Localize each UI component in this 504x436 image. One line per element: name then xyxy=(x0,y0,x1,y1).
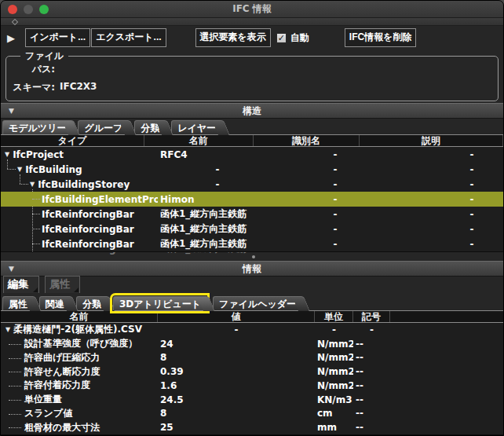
structure-tree: ▼IfcProject RFC4 - - ▼IfcBuilding - - - … xyxy=(1,147,503,251)
info-toolbar: 編集 属性 xyxy=(1,277,503,293)
info-section-header[interactable]: ▼ 情報 xyxy=(1,261,503,277)
structure-tabs: モデルツリー グループ 分類 レイヤー xyxy=(1,119,503,134)
pane-splitter[interactable]: IfcReinforcingBar 函体1_縦方向主鉄筋 xyxy=(1,251,503,261)
window-title: IFC 情報 xyxy=(1,2,503,16)
table-row[interactable]: IfcReinforcingBar 函体1_縦方向主鉄筋 - - xyxy=(1,236,503,251)
info-section-title: 情報 xyxy=(1,262,503,276)
show-selected-button[interactable]: 選択要素を表示 xyxy=(195,28,271,47)
schema-label: スキーマ: xyxy=(6,81,55,94)
column-header-name[interactable]: 名前 xyxy=(144,135,254,146)
dropdown-corner-icon xyxy=(74,288,79,292)
table-row[interactable]: ▼IfcBuilding - - - xyxy=(1,162,503,177)
table-row[interactable]: 単位重量 24.5 KN/m3 -- xyxy=(1,393,503,407)
table-row[interactable]: 許容せん断応力度 0.39 N/mm2 -- xyxy=(1,365,503,379)
table-row[interactable]: ▼柔構造樋門-2(躯体属性).CSV - - - xyxy=(1,323,503,337)
table-row[interactable]: スランプ値 8 cm -- xyxy=(1,407,503,421)
export-button[interactable]: エクスポート... xyxy=(91,28,166,47)
column-header-type[interactable]: タイプ xyxy=(1,135,144,146)
tab-classification[interactable]: 分類 xyxy=(134,120,165,134)
table-row-selected[interactable]: IfcBuildingElementProx Himon - - xyxy=(1,192,503,207)
title-bar[interactable]: IFC 情報 xyxy=(1,1,503,18)
tab-layer[interactable]: レイヤー xyxy=(171,120,221,134)
file-section: ファイル パス: スキーマ: IFC2X3 xyxy=(1,49,503,103)
auto-checkbox-label[interactable]: 自動 xyxy=(290,31,309,45)
path-label: パス: xyxy=(6,63,55,76)
table-row[interactable]: ▼IfcProject RFC4 - - xyxy=(1,147,503,162)
structure-section-title: 構造 xyxy=(1,104,503,118)
column-header-symbol[interactable]: 記号 xyxy=(353,311,390,322)
attribute-button[interactable]: 属性 xyxy=(45,276,81,294)
tab-relations[interactable]: 関連 xyxy=(39,296,70,310)
table-row[interactable]: 設計基準強度（呼び強度） 24 N/mm2 -- xyxy=(1,337,503,351)
column-header-name[interactable]: 名前 xyxy=(1,311,158,322)
structure-section-header[interactable]: ▼ 構造 xyxy=(1,103,503,119)
expander-icon[interactable]: ▼ xyxy=(30,181,35,188)
tab-classification-info[interactable]: 分類 xyxy=(76,296,107,310)
file-groupbox: ファイル パス: スキーマ: IFC2X3 xyxy=(5,56,499,101)
ifc-info-window: IFC 情報 ▶ インポート... エクスポート... 選択要素を表示 ✓ 自動… xyxy=(0,0,504,436)
table-row[interactable]: 許容曲げ圧縮応力 8 N/mm2 -- xyxy=(1,351,503,365)
structure-table-header: タイプ 名前 識別名 説明 xyxy=(1,134,503,147)
import-button[interactable]: インポート... xyxy=(25,28,90,47)
info-table: ▼柔構造樋門-2(躯体属性).CSV - - - 設計基準強度（呼び強度） 24… xyxy=(1,323,503,434)
table-row[interactable]: 粗骨材の最大寸法 25 mm -- xyxy=(1,420,503,434)
column-header-value[interactable]: 値 xyxy=(158,311,315,322)
column-header-description[interactable]: 説明 xyxy=(360,135,503,146)
table-row[interactable]: IfcReinforcingBar 函体1_縦方向主鉄筋 - - xyxy=(1,222,503,236)
table-row[interactable]: IfcReinforcingBar 函体1_縦方向主鉄筋 - - xyxy=(1,207,503,222)
expander-icon[interactable]: ▼ xyxy=(5,326,10,333)
main-toolbar: ▶ インポート... エクスポート... 選択要素を表示 ✓ 自動 IFC情報を… xyxy=(1,26,503,49)
table-row[interactable]: ▼IfcBuildingStorey - - - xyxy=(1,177,503,192)
disclosure-play-icon[interactable]: ▶ xyxy=(7,33,15,43)
tab-group[interactable]: グループ xyxy=(78,120,128,134)
auto-checkbox[interactable]: ✓ xyxy=(276,33,287,43)
splitter-grip-icon[interactable] xyxy=(252,255,255,258)
diamond-handle-icon[interactable] xyxy=(12,18,18,24)
column-header-unit[interactable]: 単位 xyxy=(315,311,353,322)
delete-ifc-info-button[interactable]: IFC情報を削除 xyxy=(345,28,417,47)
table-row[interactable]: 許容付着応力度 1.6 N/mm2 -- xyxy=(1,379,503,393)
info-tabs: 属性 関連 分類 3Dアトリビュート ファイルヘッダー xyxy=(1,293,503,310)
tab-file-header[interactable]: ファイルヘッダー xyxy=(213,296,301,310)
expander-icon[interactable]: ▼ xyxy=(5,151,9,158)
dropdown-corner-icon xyxy=(33,288,38,292)
column-header-id[interactable]: 識別名 xyxy=(254,135,360,146)
tab-model-tree[interactable]: モデルツリー xyxy=(2,120,71,134)
expander-icon[interactable]: ▼ xyxy=(17,166,22,173)
tab-attributes[interactable]: 属性 xyxy=(2,296,33,310)
toolbar-handle-strip[interactable] xyxy=(1,18,503,26)
info-table-header: 名前 値 単位 記号 xyxy=(1,310,503,323)
schema-value: IFC2X3 xyxy=(60,81,97,94)
edit-button[interactable]: 編集 xyxy=(3,276,39,294)
column-header-empty xyxy=(390,311,503,322)
file-group-legend: ファイル xyxy=(20,49,68,63)
tab-3d-attributes[interactable]: 3Dアトリビュート xyxy=(113,296,206,310)
